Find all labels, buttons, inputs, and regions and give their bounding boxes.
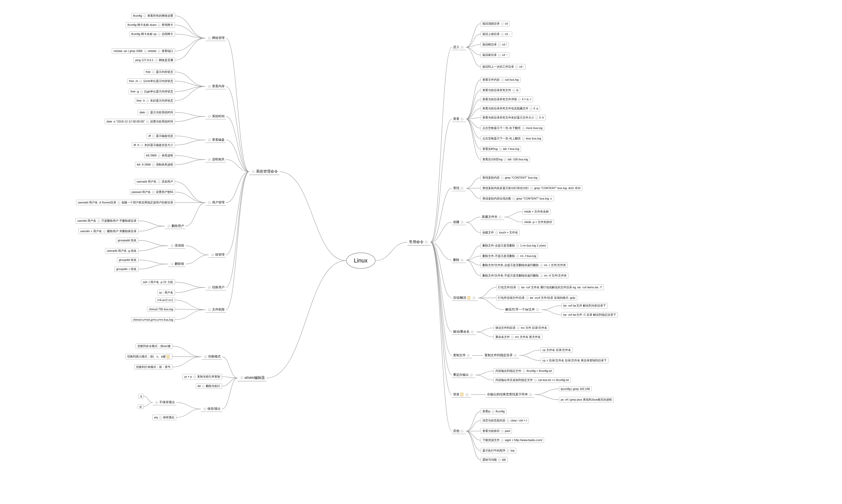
sub-pipe[interactable]: 管道 [452,392,471,397]
leaf-untar-0[interactable]: tar -xvf tar文件 解压到当前目录下 [561,303,608,308]
leaf-nosave-1[interactable]: q! [138,404,144,409]
leaf-crt-file[interactable]: 创建文件touch + 文件名 [481,230,520,235]
leaf-user-1[interactable]: passwd 用户名设置用户密码 [130,189,175,195]
leaf-tar-1[interactable]: 打包并压缩文件/目录tar -zcvf 文件/目录 压缩的格式: gzip [496,295,577,301]
leaf-pipe-0[interactable]: ipconfig | grep 192.168 [559,386,592,391]
leaf-cd-2[interactable]: 返回根目录cd / [481,42,508,47]
sub-create-folder[interactable]: 新建文件夹 [481,214,504,220]
sub-user[interactable]: 用户管理 [205,200,226,205]
sub-find[interactable]: 查找 [452,185,466,191]
leaf-cd-3[interactable]: 返回家目录cd ~ [481,52,509,58]
sub-disk[interactable]: 查看磁盘 [205,137,226,143]
leaf-view-7[interactable]: 查看实时logtail -f bus.log [481,146,521,152]
sub-mode[interactable]: 切换模式 [202,354,222,360]
leaf-oth-5[interactable]: 逻辑与功能&& [481,457,508,463]
leaf-mv-0[interactable]: 移动文件到目录mv 文件 目录/文件名 [494,325,549,330]
leaf-view-1[interactable]: 查看当前目录所有文件ls [481,88,520,93]
leaf-rm-3[interactable]: 删除文件/文件夹-不提示是否删除的递归删除rm -rf 文件/文件夹 [481,273,569,278]
leaf-oth-3[interactable]: 下载资源文件wget + http://www.baidu.com/ [481,437,544,443]
leaf-mv-1[interactable]: 重命名文件mv 文件名 新文件名 [494,334,542,340]
sub-group[interactable]: 组管理 [209,252,226,258]
leaf-proc-0[interactable]: kill 2868杀死进程 [144,153,175,158]
toggle-icon[interactable] [252,170,255,173]
leaf-net-d2[interactable]: ifconfig 网卡名称 up启用网卡 [129,31,175,37]
leaf-pipe-1[interactable]: ps -ef | grep java 查找和Java相关的进程 [559,397,614,402]
leaf-disk-1[interactable]: df -h友好显示磁盘信息大小 [132,142,175,148]
sub-other[interactable]: 其他 [452,428,466,434]
sub-rm[interactable]: 删除 [452,257,466,263]
leaf-rm-2[interactable]: 删除文件/文件夹-会提示是否删除的递归删除rm -r 文件/文件夹 [481,263,568,268]
sub-group-add[interactable]: 添加组 [168,243,185,249]
sub-mem[interactable]: 查看内存 [205,84,226,89]
sub-redir[interactable]: 重定向输出 [452,372,475,378]
sub-create[interactable]: 创建 [452,219,466,225]
leaf-mode-1[interactable]: 切换到插入模式：按i、o、a键 [125,354,172,359]
leaf-cp-1[interactable]: cp -r 目录/文件名 目录/文件名 将目录复制到目录下 [541,358,609,363]
leaf-userdel-0[interactable]: userdel 用户名只是删除用户 不删除家目录 [75,218,139,223]
leaf-proc-1[interactable]: kill -9 2868强制杀死进程 [135,162,175,167]
leaf-mode-2[interactable]: 切换到行末模式：按：冒号 [134,364,172,370]
leaf-tar-0[interactable]: 打包文件/目录tar -cvf 文件名 要打包或解压的文件目录 eg. tar … [496,285,604,290]
leaf-time-0[interactable]: date显示当前系统时间 [138,110,175,115]
leaf-mem-1[interactable]: free -m以mb单位显示内存状态 [127,78,175,84]
leaf-gadd-0[interactable]: groupadd 组名 [116,238,139,243]
sub-cd[interactable]: 进入 [452,44,466,50]
sub-su[interactable]: 切换用户 [205,285,226,290]
leaf-find-2[interactable]: 查找某段内容出现次数grep "CONTENT" bus.log -c [481,196,554,201]
leaf-time-1[interactable]: date -s "2018-12-12 00:00:00"设置当前系统时间 [105,119,175,124]
leaf-mem-3[interactable]: free -h友好显示内存状态 [135,98,175,103]
leaf-mem-0[interactable]: free显示内存状态 [144,69,175,75]
sub-pipe-sub[interactable]: 在输出的结果里查找某字符串 [486,392,534,397]
leaf-cd-1[interactable]: 返回上级目录cd .. [481,31,512,37]
leaf-gdel-0[interactable]: groupdel 组名 [117,257,139,263]
branch-sys[interactable]: 系统管理命令 [249,168,280,175]
leaf-dd[interactable]: dd删除当前行 [196,383,222,389]
leaf-su-0[interactable]: ssh -l 用户名 -p 22 主机 [141,280,175,285]
leaf-net-d3[interactable]: netstat -an | grep 3306netstat查看端口 [112,48,175,54]
leaf-gdel-1[interactable]: groupdel -r 组名 [114,266,139,272]
leaf-cd-0[interactable]: 返回顶级目录cd [481,21,510,26]
branch-vi[interactable]: vi/vim编辑器 [238,375,266,381]
leaf-yy[interactable]: yy + p复制当前行并复制 [182,374,222,379]
sub-proc[interactable]: 进程相关 [205,157,226,162]
sub-nosave[interactable]: 不保存退出 [153,399,176,405]
leaf-perm-0[interactable]: r=4 w=2 x=1 [156,298,175,302]
leaf-perm-1[interactable]: chmod 755 bus.log [147,307,175,311]
leaf-crtF-0[interactable]: mkdir + 文件夹名称 [522,209,551,214]
leaf-view-0[interactable]: 查看文件内容cat bus.log [481,77,520,83]
leaf-user-0[interactable]: useradd 用户名添加用户 [135,179,175,184]
leaf-rd-0[interactable]: 内容输出到指定文件ifconfig > ifconfig.txt [494,368,554,374]
leaf-net-d1[interactable]: ifconfig 网卡名称 down禁用网卡 [126,22,175,28]
leaf-view-3[interactable]: 查看当前目录所有文件包含隐藏文件ll -a [481,106,540,111]
leaf-mem-2[interactable]: free -g以gb单位显示内存状态 [129,89,175,94]
sub-untar[interactable]: 解压/打开一个tar文件 [504,307,541,312]
sub-perm[interactable]: 文件权限 [205,307,226,312]
leaf-find-1[interactable]: 查找某段内容多显示前10行和后10行grep "CONTENT" bus.log… [481,185,583,191]
leaf-view-5[interactable]: 点击空格显示下一页-向下翻页more bus.log [481,125,544,131]
leaf-user-2[interactable]: useradd 用户名 -d /home/目录创建一个用户然后再指定该用户的家目… [76,200,175,205]
leaf-oth-2[interactable]: 查看当前路径pwd [481,428,512,434]
leaf-oth-0[interactable]: 查看ipifconfig [481,409,506,414]
sub-tar[interactable]: 压缩/解压 [452,295,478,301]
sub-cp[interactable]: 复制文件 [452,353,472,358]
leaf-untar-1[interactable]: tar -xvf tar文件 -C 目录 解压到指定目录下 [561,312,618,318]
leaf-disk-0[interactable]: df显示磁盘信息 [146,133,175,139]
leaf-rd-1[interactable]: 内容输出并且追加到指定文件cat test.txt >> ifconfig.tx… [494,377,571,383]
root-node[interactable]: Linux [346,253,376,269]
branch-cmd[interactable]: 常用命令 [408,239,430,246]
leaf-oth-4[interactable]: 显示执行中的程序top [481,448,516,453]
leaf-net-d0[interactable]: ifconfig查看所有的网络设置 [131,13,175,19]
leaf-mode-0[interactable]: 切换到命令模式：按esc键 [136,343,172,349]
leaf-nosave-0[interactable]: q [139,394,144,398]
leaf-view-6[interactable]: 点击空格显示下一页-向上翻页less bus.log [481,136,543,141]
leaf-find-0[interactable]: 查找某段内容grep "CONTENT" bus.log [481,175,539,180]
leaf-gadd-1[interactable]: useradd 用户名 -g 组名 [105,248,139,254]
leaf-cp-0[interactable]: cp 文件名 目录/文件名 [541,347,573,353]
sub-net[interactable]: 网络管理 [205,35,226,41]
leaf-rm-1[interactable]: 删除文件-不提示是否删除rm -f bus.log [481,253,538,259]
sub-time[interactable]: 系统时间 [205,113,226,119]
leaf-cd-4[interactable]: 返回到上一次的工作目录cd - [481,64,526,70]
sub-cp-sub[interactable]: 复制文件到指定目录 [483,353,519,358]
sub-mv[interactable]: 移动/重命名 [452,329,476,335]
leaf-crtF-1[interactable]: mkdir -p + 文件夹路径 [522,219,554,225]
